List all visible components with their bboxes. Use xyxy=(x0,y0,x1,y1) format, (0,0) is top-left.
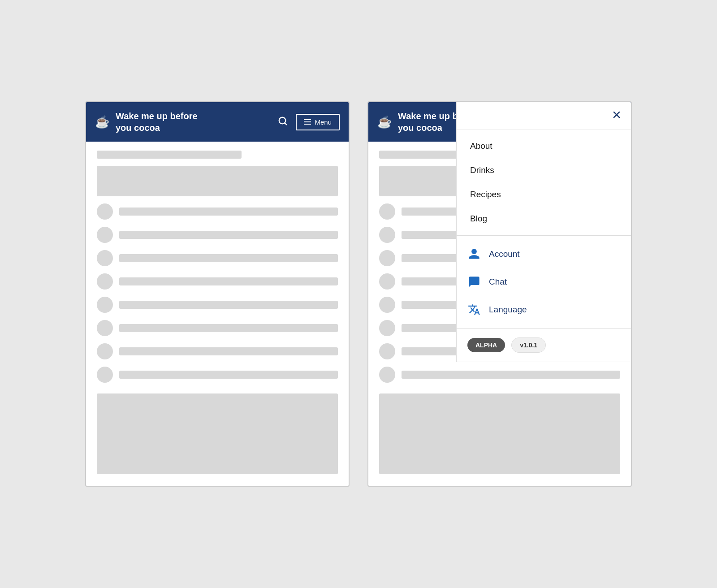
skeleton-circle-r5 xyxy=(379,297,395,313)
skeleton-circle-r3 xyxy=(379,250,395,266)
skeleton-line-r8 xyxy=(402,371,620,379)
skeleton-row-7 xyxy=(97,343,338,359)
account-icon xyxy=(467,247,481,261)
language-icon xyxy=(467,303,481,316)
coffee-icon-right: ☕ xyxy=(377,116,392,128)
skeleton-circle-2 xyxy=(97,227,113,243)
header-title: Wake me up before you cocoa xyxy=(116,110,270,134)
skeleton-circle-8 xyxy=(97,367,113,383)
phone-open: ☕ Wake me up before you cocoa Menu xyxy=(367,101,632,487)
skeleton-row-3 xyxy=(97,250,338,266)
skeleton-row-5 xyxy=(97,297,338,313)
skeleton-line-3 xyxy=(119,254,338,262)
account-label: Account xyxy=(489,249,520,259)
chat-icon xyxy=(467,275,481,289)
svg-line-1 xyxy=(285,123,287,125)
skeleton-line-8 xyxy=(119,371,338,379)
skeleton-circle-r1 xyxy=(379,203,395,220)
search-button[interactable] xyxy=(276,114,289,130)
nav-item-blog[interactable]: Blog xyxy=(457,207,631,231)
menu-label: Menu xyxy=(315,118,332,126)
skeleton-circle-6 xyxy=(97,320,113,336)
menu-header xyxy=(457,102,631,130)
skeleton-row-1 xyxy=(97,203,338,220)
skeleton-line-5 xyxy=(119,301,338,309)
skeleton-bar-1 xyxy=(97,151,242,159)
menu-nav-section: About Drinks Recipes Blog xyxy=(457,130,631,236)
hamburger-icon xyxy=(304,119,311,125)
skeleton-row-2 xyxy=(97,227,338,243)
skeleton-circle-5 xyxy=(97,297,113,313)
menu-overlay: About Drinks Recipes Blog Account xyxy=(456,102,631,362)
nav-item-recipes[interactable]: Recipes xyxy=(457,182,631,207)
skeleton-row-8 xyxy=(97,367,338,383)
action-item-account[interactable]: Account xyxy=(457,240,631,268)
skeleton-row-6 xyxy=(97,320,338,336)
skeleton-line-2 xyxy=(119,231,338,239)
alpha-badge: ALPHA xyxy=(467,338,505,352)
skeleton-line-7 xyxy=(119,347,338,355)
phone-closed: ☕ Wake me up before you cocoa Menu xyxy=(85,101,350,487)
skeleton-line-4 xyxy=(119,277,338,285)
skeleton-circle-r4 xyxy=(379,273,395,290)
skeleton-circle-4 xyxy=(97,273,113,290)
skeleton-line-6 xyxy=(119,324,338,332)
nav-item-drinks[interactable]: Drinks xyxy=(457,158,631,182)
menu-action-section: Account Chat Langu xyxy=(457,236,631,329)
stage: ☕ Wake me up before you cocoa Menu xyxy=(67,74,650,514)
version-badge: v1.0.1 xyxy=(511,337,546,353)
skeleton-circle-1 xyxy=(97,203,113,220)
skeleton-circle-r8 xyxy=(379,367,395,383)
skeleton-block-1 xyxy=(97,166,338,196)
skeleton-block-r2 xyxy=(379,393,620,474)
menu-footer: ALPHA v1.0.1 xyxy=(457,329,631,362)
skeleton-circle-7 xyxy=(97,343,113,359)
close-button[interactable] xyxy=(611,109,622,122)
menu-button[interactable]: Menu xyxy=(296,114,340,130)
skeleton-circle-r7 xyxy=(379,343,395,359)
skeleton-row-4 xyxy=(97,273,338,290)
action-item-language[interactable]: Language xyxy=(457,296,631,324)
skeleton-circle-r2 xyxy=(379,227,395,243)
language-label: Language xyxy=(489,305,527,315)
header-closed: ☕ Wake me up before you cocoa Menu xyxy=(86,102,349,142)
nav-item-about[interactable]: About xyxy=(457,134,631,158)
coffee-icon: ☕ xyxy=(95,116,109,128)
skeleton-block-2 xyxy=(97,393,338,474)
chat-label: Chat xyxy=(489,277,507,287)
skeleton-circle-r6 xyxy=(379,320,395,336)
skeleton-line-1 xyxy=(119,208,338,216)
skeleton-row-r8 xyxy=(379,367,620,383)
skeleton-circle-3 xyxy=(97,250,113,266)
action-item-chat[interactable]: Chat xyxy=(457,268,631,296)
phone-body-closed xyxy=(86,142,349,486)
